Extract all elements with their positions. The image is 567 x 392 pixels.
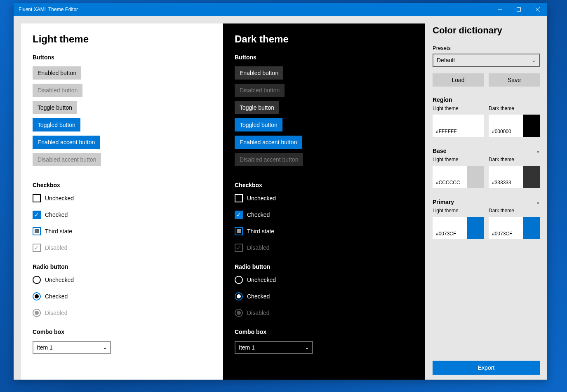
light-checkbox-group: Checkbox Unchecked ✓Checked Third state … [33, 182, 212, 252]
chevron-down-icon[interactable]: ⌄ [536, 200, 540, 205]
radio-label: Checked [247, 293, 270, 300]
svg-rect-1 [517, 8, 521, 12]
base-dark-swatch[interactable]: #333333 [489, 166, 540, 188]
window-title: Fluent XAML Theme Editor [19, 7, 78, 12]
dark-enabled-button[interactable]: Enabled button [235, 66, 283, 80]
dark-checkbox-unchecked[interactable]: Unchecked [235, 194, 414, 202]
color-chip [467, 166, 484, 188]
dark-checkbox-checked[interactable]: ✓Checked [235, 211, 414, 219]
dark-accent-disabled-button: Disabled accent button [235, 153, 303, 166]
chevron-down-icon: ⌄ [103, 345, 107, 350]
base-dark-hex: #333333 [489, 166, 523, 188]
light-radio-checked[interactable]: Checked [33, 292, 212, 300]
dark-checkbox-third[interactable]: Third state [235, 227, 414, 235]
checkbox-checked-icon: ✓ [235, 211, 243, 219]
primary-section: Primary ⌄ Light theme #0073CF Dark theme [433, 199, 540, 239]
dark-toggle-button[interactable]: Toggle button [235, 101, 279, 114]
radio-label: Checked [45, 293, 68, 300]
dark-combo-title: Combo box [235, 329, 414, 335]
light-checkbox-checked[interactable]: ✓Checked [33, 211, 212, 219]
color-chip [523, 115, 540, 137]
color-chip [467, 217, 484, 239]
base-light-swatch[interactable]: #CCCCCC [433, 166, 484, 188]
region-light-hex: #FFFFFF [433, 115, 467, 137]
dark-radio-disabled: Disabled [235, 309, 414, 317]
dark-buttons-group: Buttons Enabled button Disabled button T… [235, 54, 414, 170]
base-section: Base ⌄ Light theme #CCCCCC Dark theme [433, 148, 540, 188]
light-enabled-button[interactable]: Enabled button [33, 66, 81, 80]
dark-theme-title: Dark theme [235, 33, 414, 45]
color-dictionary-pane: Color dictionary Presets Default ⌄ Load … [425, 16, 547, 380]
light-combo-group: Combo box Item 1 ⌄ [33, 329, 212, 354]
dark-accent-enabled-button[interactable]: Enabled accent button [235, 136, 302, 149]
checkbox-label: Disabled [45, 244, 67, 251]
checkbox-label: Disabled [247, 244, 269, 251]
radio-icon [33, 276, 41, 284]
primary-dark-label: Dark theme [489, 208, 540, 214]
dark-checkbox-disabled: Disabled [235, 244, 414, 252]
chevron-down-icon: ⌄ [532, 58, 536, 63]
light-radio-disabled: Disabled [33, 309, 212, 317]
color-dictionary-title: Color dictionary [433, 25, 540, 36]
light-checkbox-unchecked[interactable]: Unchecked [33, 194, 212, 202]
color-chip [523, 166, 540, 188]
save-button[interactable]: Save [489, 73, 540, 87]
primary-light-swatch[interactable]: #0073CF [433, 217, 484, 239]
light-combo-box[interactable]: Item 1 ⌄ [33, 341, 111, 354]
load-save-row: Load Save [433, 73, 540, 87]
dark-checkbox-title: Checkbox [235, 182, 414, 188]
light-buttons-title: Buttons [33, 54, 54, 61]
checkbox-label: Checked [247, 211, 270, 218]
region-title: Region [433, 96, 452, 103]
close-button[interactable] [528, 3, 547, 16]
light-accent-disabled-button: Disabled accent button [33, 153, 101, 166]
checkbox-label: Checked [45, 211, 68, 218]
dark-radio-unchecked[interactable]: Unchecked [235, 276, 414, 284]
load-button[interactable]: Load [433, 73, 484, 87]
dark-combo-box[interactable]: Item 1 ⌄ [235, 341, 313, 354]
region-dark-swatch[interactable]: #000000 [489, 115, 540, 137]
titlebar-buttons [490, 3, 547, 16]
primary-title: Primary [433, 199, 454, 205]
region-dark-label: Dark theme [489, 106, 540, 111]
dark-buttons-title: Buttons [235, 54, 256, 61]
checkbox-disabled-icon [33, 244, 41, 252]
checkbox-checked-icon: ✓ [33, 211, 41, 219]
presets-label: Presets [433, 45, 540, 51]
checkbox-label: Unchecked [45, 195, 74, 202]
region-section: Region Light theme #FFFFFF Dark theme #0… [433, 96, 540, 137]
minimize-button[interactable] [490, 3, 509, 16]
dark-radio-checked[interactable]: Checked [235, 292, 414, 300]
dark-checkbox-group: Checkbox Unchecked ✓Checked Third state … [235, 182, 414, 252]
checkbox-label: Third state [45, 228, 72, 235]
light-radio-group: Radio button Unchecked Checked Disabled [33, 263, 212, 317]
maximize-icon [517, 7, 521, 12]
checkbox-third-icon [235, 227, 243, 235]
radio-icon [235, 276, 243, 284]
presets-dropdown[interactable]: Default ⌄ [433, 54, 540, 67]
light-toggled-button[interactable]: Toggled button [33, 118, 80, 131]
maximize-button[interactable] [509, 3, 528, 16]
checkbox-third-icon [33, 227, 41, 235]
app-body: Light theme Buttons Enabled button Disab… [14, 16, 547, 380]
dark-toggled-button[interactable]: Toggled button [235, 118, 282, 131]
light-accent-enabled-button[interactable]: Enabled accent button [33, 136, 100, 149]
light-theme-column: Light theme Buttons Enabled button Disab… [21, 23, 223, 380]
light-checkbox-third[interactable]: Third state [33, 227, 212, 235]
presets-value: Default [437, 57, 455, 63]
light-disabled-button: Disabled button [33, 84, 82, 97]
light-radio-unchecked[interactable]: Unchecked [33, 276, 212, 284]
light-toggle-button[interactable]: Toggle button [33, 101, 77, 114]
close-icon [536, 7, 540, 12]
region-light-swatch[interactable]: #FFFFFF [433, 115, 484, 137]
primary-dark-swatch[interactable]: #0073CF [489, 217, 540, 239]
checkbox-icon [33, 194, 41, 202]
light-checkbox-title: Checkbox [33, 182, 212, 188]
chevron-down-icon[interactable]: ⌄ [536, 148, 540, 154]
export-button[interactable]: Export [433, 361, 540, 375]
radio-label: Disabled [247, 310, 269, 316]
radio-label: Unchecked [45, 277, 74, 283]
primary-dark-hex: #0073CF [489, 217, 523, 239]
radio-checked-icon [33, 292, 41, 300]
light-combo-title: Combo box [33, 329, 212, 335]
